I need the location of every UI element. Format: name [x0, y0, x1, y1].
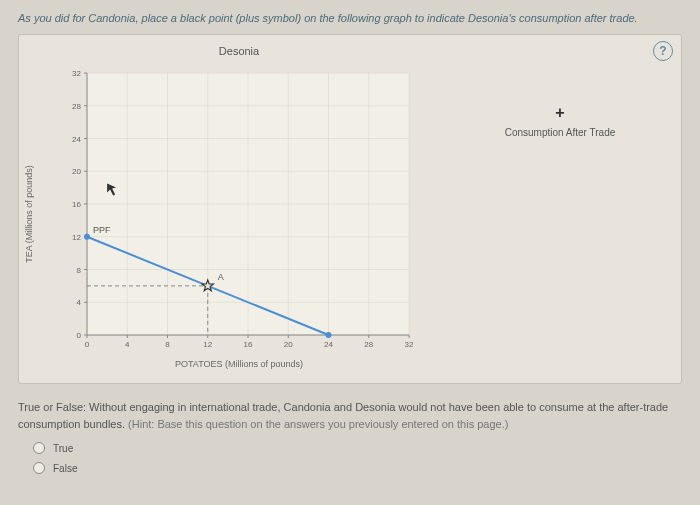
svg-text:8: 8	[77, 266, 82, 275]
svg-text:4: 4	[125, 340, 130, 349]
legend-label: Consumption After Trade	[505, 127, 616, 138]
svg-text:A: A	[218, 272, 224, 282]
question-hint: (Hint: Base this question on the answers…	[128, 418, 508, 430]
svg-text:32: 32	[405, 340, 414, 349]
chart-svg[interactable]: 048121620242832048121620242832PPFA	[59, 63, 419, 363]
question-text: True or False: Without engaging in inter…	[18, 399, 682, 432]
option-label: False	[53, 463, 77, 474]
option-true[interactable]: True	[33, 442, 682, 454]
plus-icon: +	[555, 105, 564, 121]
chart-panel: ? Desonia TEA (Millions of pounds) POTAT…	[18, 34, 682, 384]
legend-item-consumption[interactable]: + Consumption After Trade	[505, 105, 616, 138]
svg-point-58	[326, 332, 332, 338]
options-group: True False	[18, 442, 682, 474]
chart-title: Desonia	[219, 45, 259, 57]
option-false[interactable]: False	[33, 462, 682, 474]
svg-text:0: 0	[77, 331, 82, 340]
svg-text:16: 16	[244, 340, 253, 349]
y-axis-label: TEA (Millions of pounds)	[24, 165, 34, 263]
svg-text:12: 12	[203, 340, 212, 349]
svg-text:28: 28	[72, 102, 81, 111]
svg-text:32: 32	[72, 69, 81, 78]
svg-text:PPF: PPF	[93, 225, 111, 235]
svg-text:28: 28	[364, 340, 373, 349]
svg-text:4: 4	[77, 298, 82, 307]
help-button[interactable]: ?	[653, 41, 673, 61]
option-label: True	[53, 443, 73, 454]
svg-text:12: 12	[72, 233, 81, 242]
svg-text:24: 24	[324, 340, 333, 349]
radio-icon[interactable]	[33, 442, 45, 454]
svg-text:20: 20	[72, 167, 81, 176]
svg-text:0: 0	[85, 340, 90, 349]
svg-text:24: 24	[72, 135, 81, 144]
svg-text:8: 8	[165, 340, 170, 349]
plot-area[interactable]: Desonia TEA (Millions of pounds) POTATOE…	[29, 45, 449, 373]
legend-area: + Consumption After Trade	[449, 45, 671, 373]
radio-icon[interactable]	[33, 462, 45, 474]
svg-text:16: 16	[72, 200, 81, 209]
instruction-text: As you did for Candonia, place a black p…	[18, 12, 682, 24]
svg-point-57	[84, 234, 90, 240]
svg-text:20: 20	[284, 340, 293, 349]
